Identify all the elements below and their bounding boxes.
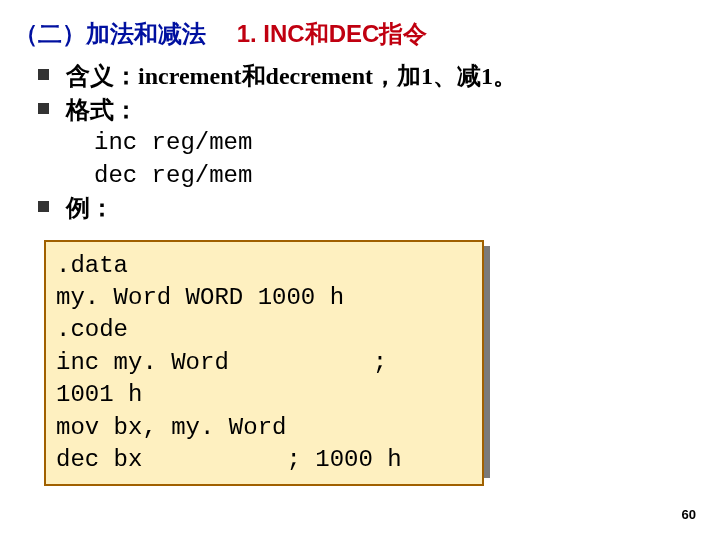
example-label: 例： xyxy=(66,195,114,221)
meaning-mid: 和 xyxy=(242,63,266,89)
bullet-icon xyxy=(38,69,49,80)
code-box: .data my. Word WORD 1000 h .code inc my.… xyxy=(44,240,484,487)
title-line: （二）加法和减法 1. INC和DEC指令 xyxy=(14,18,710,50)
bullet-icon xyxy=(38,103,49,114)
meaning-word2: decrement xyxy=(266,63,374,89)
slide: （二）加法和减法 1. INC和DEC指令 含义：increment和decre… xyxy=(0,0,720,540)
meaning-prefix: 含义： xyxy=(66,63,138,89)
meaning-period: 。 xyxy=(493,63,517,89)
meaning-suffix: ，加 xyxy=(373,63,421,89)
meaning-word1: increment xyxy=(138,63,242,89)
section-label: （二）加法和减法 xyxy=(14,20,206,47)
page-number: 60 xyxy=(682,507,696,522)
format-code: inc reg/mem dec reg/mem xyxy=(94,127,710,192)
bullet-example: 例： xyxy=(38,192,710,226)
format-label: 格式： xyxy=(66,97,138,123)
code-box-wrap: .data my. Word WORD 1000 h .code inc my.… xyxy=(44,240,484,487)
bullet-meaning: 含义：increment和decrement，加1、减1。 xyxy=(38,60,710,94)
meaning-one1: 1 xyxy=(421,63,433,89)
bullet-format: 格式： xyxy=(38,94,710,128)
heading-label: 1. INC和DEC指令 xyxy=(237,20,428,47)
meaning-one2: 1 xyxy=(481,63,493,89)
meaning-mid2: 、减 xyxy=(433,63,481,89)
bullet-list: 含义：increment和decrement，加1、减1。 格式： inc re… xyxy=(38,60,710,226)
bullet-icon xyxy=(38,201,49,212)
